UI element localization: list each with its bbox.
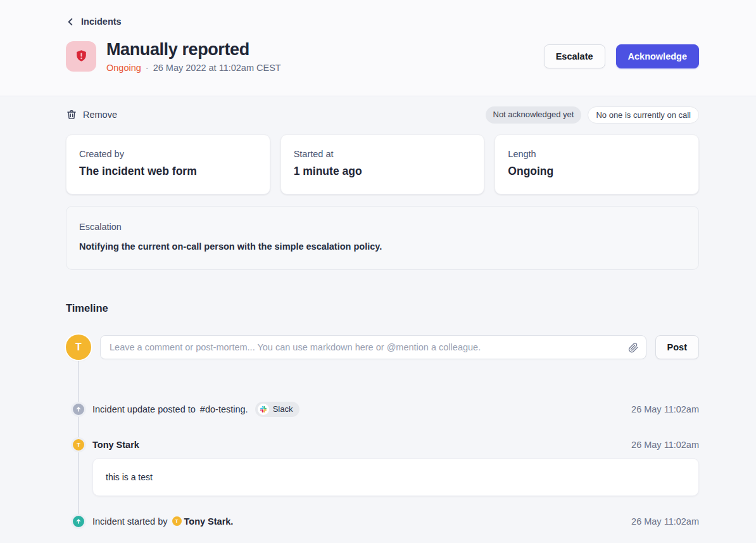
on-call-badge: No one is currently on call <box>588 106 699 124</box>
arrow-up-circle-icon <box>73 404 84 415</box>
stat-value: The incident web form <box>79 165 257 178</box>
timeline-heading: Timeline <box>66 302 699 314</box>
page-title: Manually reported <box>106 40 281 60</box>
trash-icon <box>66 109 77 120</box>
paperclip-icon[interactable] <box>627 342 639 353</box>
incident-datetime: 26 May 2022 at 11:02am CEST <box>153 63 281 73</box>
incident-meta: Ongoing · 26 May 2022 at 11:02am CEST <box>106 63 281 73</box>
event-timestamp: 26 May 11:02am <box>631 440 699 450</box>
acknowledge-button[interactable]: Acknowledge <box>616 44 699 68</box>
comment-body: this is a test <box>92 458 699 496</box>
remove-button[interactable]: Remove <box>66 109 117 120</box>
stat-label: Length <box>508 149 686 159</box>
post-button[interactable]: Post <box>655 335 699 359</box>
shield-alert-icon <box>74 49 89 63</box>
comment-composer: T Post <box>66 335 699 360</box>
incident-header: Manually reported Ongoing · 26 May 2022 … <box>66 40 699 73</box>
header-band: Incidents Manually reported Ongoing · 26… <box>0 0 756 96</box>
header-actions: Escalate Acknowledge <box>544 44 699 68</box>
avatar: T <box>73 439 84 450</box>
avatar: T <box>66 335 91 360</box>
timeline-event-comment: T Tony Stark 26 May 11:02am <box>66 439 699 450</box>
stat-value: 1 minute ago <box>294 165 472 178</box>
event-timestamp: 26 May 11:02am <box>631 404 699 414</box>
event-actor: Tony Stark. <box>184 516 234 527</box>
timeline-event-started: Incident started by T Tony Stark. 26 May… <box>66 516 699 527</box>
timeline-connector <box>78 347 79 529</box>
stat-card-length: Length Ongoing <box>495 134 699 195</box>
not-acknowledged-badge: Not acknowledged yet <box>486 106 582 124</box>
slack-icon <box>258 404 269 415</box>
slack-badge[interactable]: Slack <box>255 402 300 417</box>
timeline: T Post Incident update posted to #do-tes… <box>66 335 699 536</box>
comment-input[interactable] <box>100 335 646 359</box>
timeline-event-update: Incident update posted to #do-testing. S… <box>66 402 699 417</box>
event-channel: #do-testing. <box>200 404 248 414</box>
stat-value: Ongoing <box>508 165 686 178</box>
status-text: Ongoing <box>106 63 141 73</box>
event-timestamp: 26 May 11:02am <box>631 516 699 527</box>
remove-label: Remove <box>83 110 117 120</box>
breadcrumb[interactable]: Incidents <box>66 16 122 27</box>
avatar: T <box>172 516 182 526</box>
slack-badge-label: Slack <box>273 404 293 414</box>
stats-row: Created by The incident web form Started… <box>66 134 699 195</box>
meta-separator: · <box>146 63 149 73</box>
event-text: Incident started by <box>92 516 168 527</box>
stat-label: Created by <box>79 149 257 159</box>
stat-label: Started at <box>294 149 472 159</box>
event-text: Incident update posted to <box>92 404 196 414</box>
status-badges: Not acknowledged yet No one is currently… <box>486 106 700 124</box>
escalation-label: Escalation <box>79 222 686 232</box>
arrow-up-circle-icon <box>73 516 84 527</box>
breadcrumb-label: Incidents <box>81 16 122 27</box>
escalation-panel: Escalation Notifying the current on-call… <box>66 206 699 270</box>
sub-toolbar: Remove Not acknowledged yet No one is cu… <box>66 106 699 124</box>
incident-avatar <box>66 41 96 72</box>
comment-author: Tony Stark <box>92 440 139 450</box>
escalate-button[interactable]: Escalate <box>544 44 605 68</box>
stat-card-created-by: Created by The incident web form <box>66 134 270 195</box>
chevron-left-icon <box>66 17 75 27</box>
stat-card-started-at: Started at 1 minute ago <box>280 134 485 195</box>
escalation-text: Notifying the current on-call person wit… <box>79 241 686 252</box>
